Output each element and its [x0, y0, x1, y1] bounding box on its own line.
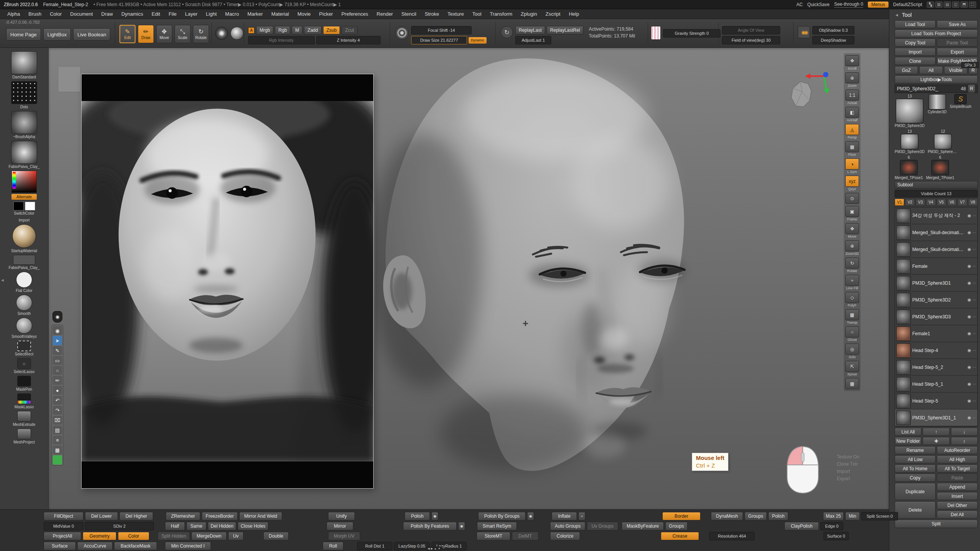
menu-stencil[interactable]: Stencil [397, 10, 420, 18]
tray-projectall-button[interactable]: ProjectAll [44, 532, 81, 540]
rename-button[interactable]: Rename [895, 446, 936, 454]
menu-render[interactable]: Render [372, 10, 397, 18]
tray-unify-button[interactable]: Unify [328, 512, 355, 520]
rs-frame[interactable]: ▣Frame [845, 206, 859, 221]
list-all-button[interactable]: List All [895, 428, 921, 436]
pal-meshextrude[interactable]: MeshExtrude [13, 411, 36, 427]
subtool-row-pm3d-sphere3d1-1[interactable]: PM3D_Sphere3D1_1◉◦◦ [895, 409, 977, 426]
rs-transp[interactable]: ▩Transp [845, 309, 859, 324]
duplicate-button[interactable]: Duplicate [895, 483, 936, 500]
new-folder-button[interactable]: New Folder [895, 437, 921, 445]
append-button[interactable]: Append [937, 483, 978, 491]
pen-icon[interactable]: ✎ [53, 346, 62, 355]
mode-draw-button[interactable]: ✏Draw [138, 25, 154, 43]
spix-slider[interactable]: SPix 3 [961, 62, 979, 68]
left-collapse-arrow-icon[interactable]: ◄ [0, 278, 5, 282]
tray-scroll-nav[interactable]: ◀▶▲▼ [426, 546, 442, 551]
eraser-icon[interactable]: ▭ [53, 356, 62, 365]
obj-shadow-slider[interactable]: ObjShadow 0.3 [812, 26, 854, 34]
eye-icon[interactable]: ◉ [967, 331, 971, 336]
pal-selectlasso[interactable]: SelectLasso [14, 358, 34, 374]
selectlasso-thumb[interactable] [17, 358, 31, 369]
eye-icon[interactable]: ◉ [967, 230, 971, 235]
current-tool-r-button[interactable]: R [968, 85, 975, 93]
paste-button[interactable]: Paste [937, 474, 978, 482]
tray-colorize-button[interactable]: Colorize [550, 532, 580, 540]
primary-color-swatch[interactable] [13, 202, 24, 210]
trash-icon[interactable]: ⌧ [53, 416, 62, 425]
smoothvalleys-thumb[interactable] [16, 318, 32, 334]
shelf-lightbox-button[interactable]: LightBox [43, 28, 71, 41]
pal-masklasso[interactable]: MaskLasso [15, 393, 34, 409]
menu-material[interactable]: Material [267, 10, 293, 18]
grid-icon[interactable]: ▚ [927, 2, 934, 8]
picker-icon[interactable]: ◉ [52, 311, 62, 323]
subtool-row-female[interactable]: Female◉◦◦ [895, 258, 977, 275]
screen-split-icon[interactable]: ◫ [952, 2, 959, 8]
smooth-thumb[interactable] [16, 295, 32, 311]
pal-meshproject[interactable]: MeshProject [13, 429, 35, 444]
tool-load-tools-from-project-button[interactable]: Load Tools From Project [895, 29, 978, 37]
pal-fabiopaiva-clay[interactable]: FabioPaiva_Clay_ [8, 255, 39, 270]
replay-icon[interactable]: ↻ [501, 26, 513, 38]
subtool-tab-v3[interactable]: V3 [916, 199, 925, 206]
pal-alternate[interactable]: Alternate [11, 171, 37, 200]
paint-zadd-button[interactable]: Zadd [304, 26, 321, 34]
tray-split-hidden-button[interactable]: Split Hidden [158, 532, 190, 540]
menu-dynamics[interactable]: Dynamics [117, 10, 147, 18]
all-to-home-button[interactable]: All To Home [895, 465, 936, 473]
polish-groups-mode-icon[interactable]: ◉ [527, 512, 534, 520]
subtool-row-female1[interactable]: Female1◉◦◦ [895, 325, 977, 342]
focal-shift-icon[interactable] [395, 26, 409, 40]
tray-max-25-button[interactable]: Max 25 [823, 512, 844, 520]
cylinder3d-thumb[interactable] [928, 94, 946, 109]
tray-min-connected-i-button[interactable]: Min Connected I [165, 542, 211, 550]
subtool-row-pm3d-sphere3d3[interactable]: PM3D_Sphere3D3◉◦◦ [895, 308, 977, 325]
menu-light[interactable]: Light [202, 10, 221, 18]
tray-polish-by-groups-button[interactable]: Polish By Groups [478, 512, 526, 520]
subtool-row-merged-skull-decimation2[interactable]: Merged_Skull-decimation2◉◦◦ [895, 224, 977, 241]
eye-icon[interactable]: ◉ [967, 381, 971, 386]
subtool-up-icon[interactable]: ↑ [923, 428, 949, 436]
tray-mergedown-button[interactable]: MergeDown [191, 532, 227, 540]
menu-alpha[interactable]: Alpha [3, 10, 24, 18]
redo-icon[interactable]: ↷ [53, 406, 62, 415]
menu-brush[interactable]: Brush [24, 10, 46, 18]
paint-m-button[interactable]: M [292, 26, 302, 34]
tool-paste-tool-button[interactable]: Paste Tool [937, 39, 978, 47]
visible-count-slider[interactable]: Visible Count 13 [895, 190, 978, 197]
tray-delmt-button[interactable]: DelMT [512, 532, 539, 540]
all-to-target-button[interactable]: All To Target [937, 465, 978, 473]
pal-damstandard[interactable]: DamStandard [11, 51, 37, 79]
eye-icon[interactable]: ◉ [967, 213, 971, 218]
tray-maskbyfeature-button[interactable]: MaskByFeature [622, 522, 664, 530]
pm3d-sphere3d-thumb[interactable] [896, 99, 923, 123]
rs-actual[interactable]: 1:1Actual [845, 90, 859, 105]
rs-move[interactable]: ✥Move [845, 223, 859, 238]
rs-magnify-icon[interactable]: ⊙ [845, 193, 859, 204]
pm3d-sphere3d-thumb[interactable] [901, 134, 918, 149]
rs-qxyz[interactable]: xyzQxyz [845, 176, 859, 191]
tool-goz-button[interactable]: GoZ [895, 66, 918, 74]
subtool-row-head-step-5-1[interactable]: Head Step-5_1◉◦◦ [895, 376, 977, 393]
z-intensity-slider[interactable]: Z Intensity 4 [316, 36, 381, 44]
texture-export[interactable]: Export [837, 476, 859, 481]
palette-icon[interactable]: ▦ [53, 445, 62, 455]
split-button[interactable]: Split [895, 520, 978, 528]
palette-collapse-icon[interactable]: ◄ [895, 13, 899, 17]
default-zscript-button[interactable]: DefaultZScript [893, 2, 922, 7]
pencil-icon[interactable]: ✏ [53, 376, 62, 385]
rgb-intensity-slider[interactable]: Rgb Intensity [248, 36, 315, 44]
insert-button[interactable]: Insert [937, 492, 978, 500]
screen-icon[interactable]: ▤ [53, 425, 62, 435]
tray-del-lower-button[interactable]: Del Lower [85, 512, 118, 520]
tray-resolution-464-button[interactable]: Resolution 464 [709, 532, 755, 540]
texture-clone-txtr[interactable]: Clone Txtr [837, 461, 859, 467]
alternate-button[interactable]: Alternate [11, 194, 37, 200]
tray-polish-by-features-button[interactable]: Polish By Features [403, 522, 457, 530]
rs-floor[interactable]: ▦Floor [845, 141, 859, 156]
all-low-button[interactable]: All Low [895, 455, 936, 463]
pal-dots[interactable]: Dots [11, 81, 37, 109]
tray-smart-resym-button[interactable]: Smart ReSym [477, 522, 517, 530]
menu-preferences[interactable]: Preferences [337, 10, 372, 18]
